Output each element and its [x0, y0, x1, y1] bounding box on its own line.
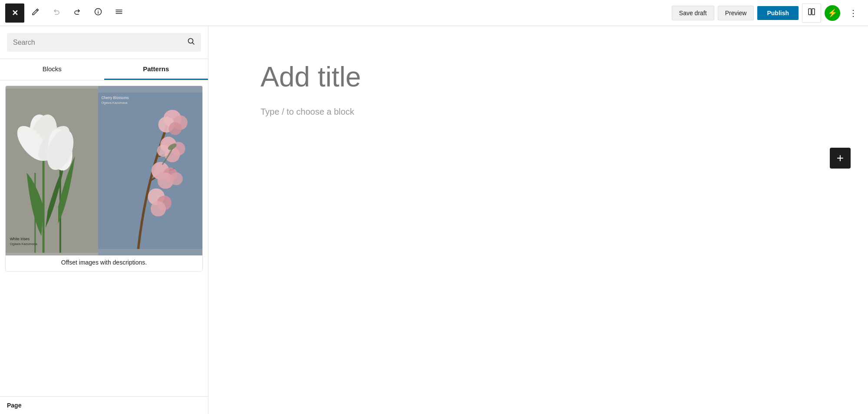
menu-icon [115, 8, 123, 18]
svg-point-25 [157, 145, 169, 157]
toolbar-right: Save draft Preview Publish ⚡ ⋮ [672, 3, 863, 23]
svg-point-4 [188, 39, 193, 43]
close-button[interactable]: ✕ [5, 3, 24, 23]
left-panel: Blocks Patterns [0, 26, 208, 414]
svg-rect-3 [812, 9, 815, 15]
info-icon [94, 8, 102, 18]
editor-area: Add title Type / to choose a block + [208, 26, 868, 414]
close-icon: ✕ [12, 8, 18, 18]
search-box [7, 33, 201, 52]
undo-button[interactable] [47, 3, 66, 23]
post-title[interactable]: Add title [261, 61, 677, 93]
pattern-card[interactable]: White Irises Ogawa Kazumasa [5, 86, 203, 272]
panel-footer: Page [0, 396, 208, 414]
pattern-images: White Irises Ogawa Kazumasa [6, 86, 202, 255]
svg-point-29 [170, 172, 183, 185]
svg-rect-2 [809, 9, 811, 15]
svg-text:Ogawa Kazumasa: Ogawa Kazumasa [101, 101, 128, 105]
pattern-right-image: Cherry Blossoms Ogawa Kazumasa [98, 86, 202, 255]
plus-icon: + [837, 151, 844, 165]
tabs-row: Blocks Patterns [0, 59, 208, 80]
tab-patterns[interactable]: Patterns [104, 59, 208, 80]
svg-point-21 [168, 122, 182, 135]
publish-button[interactable]: Publish [757, 6, 799, 20]
search-area [0, 26, 208, 59]
lightning-icon: ⚡ [828, 8, 837, 18]
pattern-description: Offset images with descriptions. [6, 255, 202, 271]
toolbar: ✕ [0, 0, 868, 26]
search-input[interactable] [13, 39, 184, 46]
svg-text:Cherry Blossoms: Cherry Blossoms [101, 96, 129, 100]
pencil-icon [32, 8, 40, 18]
svg-text:Ogawa Kazumasa: Ogawa Kazumasa [10, 242, 38, 246]
pattern-left-image: White Irises Ogawa Kazumasa [6, 86, 98, 255]
svg-rect-5 [6, 89, 98, 252]
menu-button[interactable] [109, 3, 129, 23]
block-placeholder[interactable]: Type / to choose a block [261, 107, 677, 117]
panel-content: White Irises Ogawa Kazumasa [0, 80, 208, 396]
tab-blocks[interactable]: Blocks [0, 59, 104, 80]
undo-icon [53, 8, 60, 18]
main-area: Blocks Patterns [0, 26, 868, 414]
preview-button[interactable]: Preview [718, 6, 754, 20]
editor-content: Add title Type / to choose a block [208, 26, 729, 414]
toolbar-left: ✕ [5, 3, 670, 23]
layout-button[interactable] [802, 3, 821, 23]
svg-point-32 [151, 201, 166, 216]
layout-icon [808, 8, 815, 18]
save-draft-button[interactable]: Save draft [672, 6, 714, 20]
user-avatar-button[interactable]: ⚡ [825, 5, 840, 21]
edit-button[interactable] [26, 3, 45, 23]
svg-point-1 [98, 10, 99, 11]
more-icon: ⋮ [849, 8, 858, 18]
redo-icon [73, 8, 81, 18]
svg-text:White Irises: White Irises [10, 237, 30, 241]
redo-button[interactable] [68, 3, 87, 23]
info-button[interactable] [89, 3, 108, 23]
svg-rect-17 [98, 93, 202, 249]
more-options-button[interactable]: ⋮ [844, 3, 863, 23]
add-block-button[interactable]: + [830, 148, 851, 169]
search-icon [187, 37, 195, 47]
